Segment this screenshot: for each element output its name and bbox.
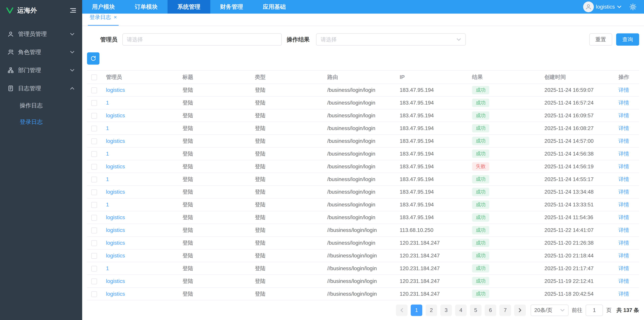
admin-link[interactable]: logistics	[106, 189, 125, 195]
tab-login-log[interactable]: 登录日志 ×	[88, 14, 118, 26]
page-button[interactable]: 7	[500, 304, 511, 316]
detail-link[interactable]: 详情	[618, 151, 629, 157]
collapse-sidebar-icon[interactable]	[70, 8, 76, 13]
sidebar-item-role-management[interactable]: 角色管理	[0, 43, 82, 61]
detail-link[interactable]: 详情	[618, 163, 629, 169]
row-checkbox[interactable]	[91, 202, 97, 208]
result-filter-select[interactable]: 请选择	[316, 33, 466, 46]
select-all-checkbox[interactable]	[91, 75, 97, 80]
title-cell: 登陆	[178, 147, 251, 160]
page-button[interactable]: 3	[440, 304, 452, 316]
next-page-button[interactable]	[514, 304, 526, 316]
title-cell: 登陆	[178, 275, 251, 287]
prev-page-button[interactable]	[396, 304, 408, 316]
admin-link[interactable]: 1	[106, 176, 109, 182]
header-route: 路由	[323, 71, 396, 84]
detail-link[interactable]: 详情	[618, 112, 629, 119]
detail-link[interactable]: 详情	[618, 278, 629, 284]
user-menu[interactable]: logistics	[583, 2, 622, 12]
topnav-item[interactable]: 应用基础	[253, 0, 296, 14]
admin-link[interactable]: logistics	[106, 112, 125, 119]
page-button[interactable]: 4	[455, 304, 467, 316]
row-checkbox[interactable]	[91, 126, 97, 131]
sidebar: 运海外 管理员管理 角色管理 部门管理 日志管	[0, 0, 82, 320]
admin-link[interactable]: 1	[106, 125, 109, 131]
row-checkbox[interactable]	[91, 189, 97, 195]
page-button[interactable]: 6	[485, 304, 496, 316]
row-checkbox[interactable]	[91, 278, 97, 284]
topnav-item[interactable]: 系统管理	[168, 0, 210, 14]
reset-button[interactable]: 重置	[589, 33, 612, 46]
topnav-right: logistics	[583, 2, 644, 12]
row-checkbox[interactable]	[91, 151, 97, 157]
admin-link[interactable]: 1	[106, 100, 109, 106]
topnav-item-label: 系统管理	[178, 3, 200, 11]
brand-logo-icon	[6, 6, 14, 15]
admin-link[interactable]: logistics	[106, 227, 125, 233]
refresh-button[interactable]	[87, 52, 99, 65]
detail-link[interactable]: 详情	[618, 100, 629, 106]
row-checkbox[interactable]	[91, 87, 97, 93]
row-checkbox[interactable]	[91, 240, 97, 246]
detail-link[interactable]: 详情	[618, 265, 629, 271]
page-size-select[interactable]: 20条/页	[531, 304, 568, 316]
admin-link[interactable]: logistics	[106, 291, 125, 297]
sidebar-item-department-management[interactable]: 部门管理	[0, 61, 82, 79]
sidebar-item-login-log[interactable]: 登录日志	[0, 114, 82, 130]
topnav-item[interactable]: 订单模块	[125, 0, 168, 14]
table-row: 1 登陆 登陆 /business/login/login 183.47.95.…	[87, 173, 639, 186]
admin-link[interactable]: logistics	[106, 278, 125, 284]
page-button[interactable]: 2	[426, 304, 437, 316]
page-button[interactable]: 1	[411, 304, 422, 316]
goto-page-input[interactable]	[586, 304, 603, 316]
route-cell: /business/login/login	[323, 147, 396, 160]
row-checkbox[interactable]	[91, 100, 97, 106]
admin-link[interactable]: 1	[106, 201, 109, 208]
row-checkbox[interactable]	[91, 266, 97, 271]
search-button[interactable]: 查询	[616, 33, 639, 46]
sidebar-item-log-management[interactable]: 日志管理	[0, 79, 82, 98]
close-icon[interactable]: ×	[114, 15, 117, 20]
detail-link[interactable]: 详情	[618, 227, 629, 233]
admin-link[interactable]: logistics	[106, 214, 125, 220]
settings-icon[interactable]	[629, 3, 636, 11]
detail-link[interactable]: 详情	[618, 176, 629, 182]
detail-link[interactable]: 详情	[618, 138, 629, 144]
row-checkbox[interactable]	[91, 177, 97, 182]
admin-link[interactable]: logistics	[106, 252, 125, 259]
row-checkbox[interactable]	[91, 215, 97, 220]
time-cell: 2025-11-20 21:18:44	[540, 249, 614, 262]
row-checkbox[interactable]	[91, 227, 97, 233]
admin-link[interactable]: logistics	[106, 163, 125, 169]
row-checkbox[interactable]	[91, 291, 97, 297]
detail-link[interactable]: 详情	[618, 201, 629, 208]
table-row: logistics 登陆 登陆 /business/login/login 18…	[87, 160, 639, 173]
detail-link[interactable]: 详情	[618, 214, 629, 220]
row-checkbox[interactable]	[91, 253, 97, 259]
header-result: 结果	[468, 71, 540, 84]
detail-link[interactable]: 详情	[618, 125, 629, 131]
admin-link[interactable]: logistics	[106, 87, 125, 93]
admin-link[interactable]: 1	[106, 265, 109, 271]
topnav-item[interactable]: 用户模块	[82, 0, 125, 14]
result-badge: 成功	[472, 239, 489, 247]
detail-link[interactable]: 详情	[618, 291, 629, 297]
topnav-item[interactable]: 财务管理	[210, 0, 253, 14]
page-button[interactable]: 5	[470, 304, 482, 316]
admin-link[interactable]: logistics	[106, 240, 125, 246]
sidebar-item-admin-management[interactable]: 管理员管理	[0, 25, 82, 43]
ip-cell: 183.47.95.194	[396, 122, 468, 135]
admin-filter-input[interactable]	[122, 33, 282, 46]
admin-link[interactable]: 1	[106, 151, 109, 157]
chevron-right-icon	[518, 308, 522, 312]
row-checkbox[interactable]	[91, 113, 97, 119]
admin-link[interactable]: logistics	[106, 138, 125, 144]
row-checkbox[interactable]	[91, 164, 97, 170]
detail-link[interactable]: 详情	[618, 240, 629, 246]
row-checkbox[interactable]	[91, 138, 97, 144]
detail-link[interactable]: 详情	[618, 189, 629, 195]
sidebar-item-operation-log[interactable]: 操作日志	[0, 97, 82, 114]
detail-link[interactable]: 详情	[618, 87, 629, 93]
header-operation: 操作	[614, 71, 639, 84]
detail-link[interactable]: 详情	[618, 252, 629, 259]
